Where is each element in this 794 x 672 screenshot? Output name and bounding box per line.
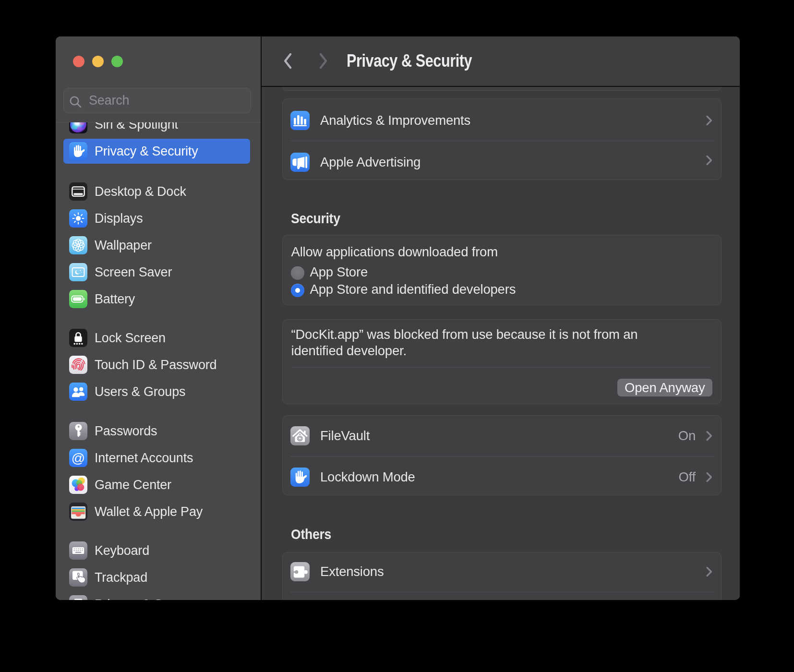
svg-text:@: @	[72, 450, 85, 465]
